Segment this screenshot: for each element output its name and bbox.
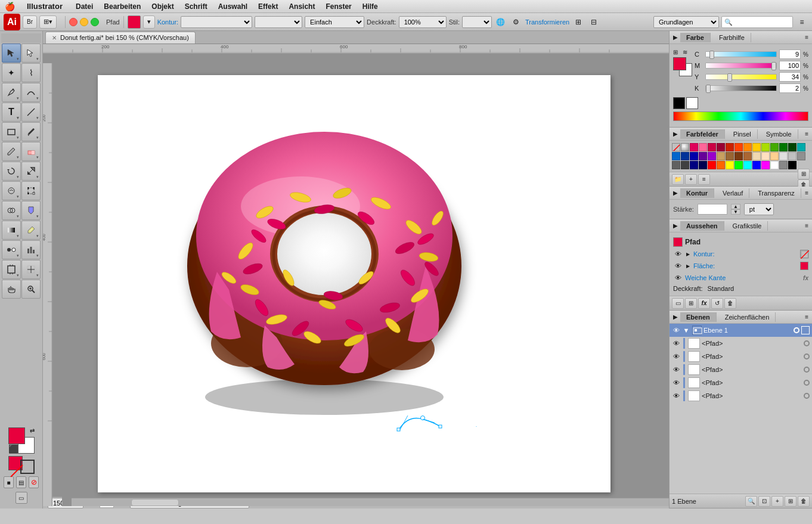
swatch-item[interactable] xyxy=(717,161,725,169)
swatch-item[interactable] xyxy=(743,161,752,169)
farbfelder-tab[interactable]: Farbfelder xyxy=(680,129,725,139)
swatch-item[interactable] xyxy=(788,143,796,151)
layer1-lock[interactable] xyxy=(801,326,810,334)
pfad3-eye[interactable]: 👁 xyxy=(672,366,680,373)
swatch-item[interactable] xyxy=(726,143,734,151)
fx-add-btn[interactable]: fx xyxy=(698,298,710,309)
pfad5-name[interactable]: <Pfad> xyxy=(702,392,802,399)
kontur-panel-menu[interactable]: ≡ xyxy=(805,190,808,196)
kontur-label[interactable]: Kontur: xyxy=(157,18,178,26)
select-tool[interactable]: ▾ xyxy=(2,44,21,63)
swatch-item[interactable] xyxy=(761,152,770,160)
pfad4-eye[interactable]: 👁 xyxy=(672,379,680,386)
pfad5-eye[interactable]: 👁 xyxy=(672,392,680,399)
free-transform-tool[interactable] xyxy=(21,181,41,200)
kontur-icon[interactable] xyxy=(800,250,808,258)
k-slider-thumb[interactable] xyxy=(706,85,711,93)
c-slider-thumb[interactable] xyxy=(709,51,714,59)
y-slider-thumb[interactable] xyxy=(727,73,732,82)
swatch-item[interactable] xyxy=(797,152,805,160)
swatch-item[interactable] xyxy=(717,143,725,151)
m-slider[interactable] xyxy=(705,63,777,69)
curvature-tool[interactable]: ▾ xyxy=(21,83,41,102)
find-layer-btn[interactable]: 🔍 xyxy=(745,496,757,507)
swatch-item[interactable] xyxy=(672,152,680,160)
swatch-item[interactable] xyxy=(726,152,734,160)
swatch-item[interactable] xyxy=(788,161,796,169)
kontur-collapse-icon[interactable]: ▶ xyxy=(673,190,678,196)
text-tool[interactable]: T▾ xyxy=(2,103,21,122)
kontur-tab[interactable]: Kontur xyxy=(680,188,714,198)
menu-objekt[interactable]: Objekt xyxy=(147,1,178,12)
pfad2-name[interactable]: <Pfad> xyxy=(702,353,802,360)
artboard-tool[interactable]: ▾ xyxy=(2,260,21,279)
rotate-tool[interactable]: ▾ xyxy=(2,162,21,181)
fx-button[interactable]: fx xyxy=(803,275,808,281)
swatch-item[interactable] xyxy=(752,152,761,160)
aussehen-tab[interactable]: Aussehen xyxy=(680,221,724,231)
pfad2-eye[interactable]: 👁 xyxy=(672,353,680,360)
transformieren-label[interactable]: Transformieren xyxy=(525,18,569,26)
swatch-item[interactable] xyxy=(743,143,752,151)
flaeche-row-label[interactable]: Fläche: xyxy=(693,262,715,269)
swatch-item[interactable] xyxy=(734,152,743,160)
eraser-tool[interactable]: ▾ xyxy=(21,142,41,161)
staerke-up[interactable]: ▲ xyxy=(731,204,740,209)
swatch-item[interactable] xyxy=(708,143,716,151)
pfad5-target[interactable] xyxy=(804,393,810,399)
swatches-panel-menu[interactable]: ≡ xyxy=(805,131,808,137)
pfad1-name[interactable]: <Pfad> xyxy=(702,340,802,347)
settings-icon[interactable]: ⚙ xyxy=(510,15,523,29)
farbe-tab[interactable]: Farbe xyxy=(680,33,711,42)
new-swatch-btn[interactable]: + xyxy=(685,174,697,185)
arrange-button[interactable]: ⊞▾ xyxy=(39,15,57,29)
pfad4-name[interactable]: <Pfad> xyxy=(702,379,802,386)
stroke-box[interactable] xyxy=(20,460,35,474)
ebenen-pfad-1[interactable]: 👁 <Pfad> xyxy=(670,337,812,350)
swatches-collapse-icon[interactable]: ▶ xyxy=(673,131,678,137)
tab-close-button[interactable]: ✕ xyxy=(52,35,57,41)
panel-collapse-icon[interactable]: ▶ xyxy=(673,34,678,41)
search-input[interactable] xyxy=(721,16,793,28)
gradient-tool[interactable]: ▾ xyxy=(2,221,21,240)
swatch-item[interactable] xyxy=(788,152,796,160)
swatch-item[interactable] xyxy=(734,161,743,169)
farbhilfe-tab[interactable]: Farbhilfe xyxy=(713,33,751,42)
swatch-registration[interactable] xyxy=(681,143,689,151)
y-value-input[interactable] xyxy=(779,72,801,82)
fill-color-display[interactable] xyxy=(673,57,686,70)
m-value-input[interactable] xyxy=(779,61,801,70)
black-swatch[interactable] xyxy=(673,97,685,109)
menu-hilfe[interactable]: Hilfe xyxy=(358,1,383,12)
swatch-item[interactable] xyxy=(761,161,770,169)
fill-color-swatch[interactable] xyxy=(128,15,141,29)
swatch-item[interactable] xyxy=(708,152,716,160)
rect-tool[interactable]: ▾ xyxy=(2,122,21,141)
hand-tool[interactable] xyxy=(2,280,21,299)
menu-schrift[interactable]: Schrift xyxy=(180,1,212,12)
scrollbar-thumb-h[interactable] xyxy=(131,499,179,506)
color-select-icon[interactable]: ⊞ xyxy=(673,48,681,56)
staerke-input[interactable] xyxy=(698,204,727,215)
color-mode-none[interactable]: ⊘ xyxy=(29,476,39,488)
transform-icon1[interactable]: ⊞ xyxy=(572,15,585,29)
ebenen-pfad-2[interactable]: 👁 <Pfad> xyxy=(670,350,812,363)
menu-bearbeiten[interactable]: Bearbeiten xyxy=(99,1,145,12)
kontur-expand-triangle[interactable]: ▶ xyxy=(685,251,691,257)
swatch-item[interactable] xyxy=(752,161,761,169)
aussehen-panel-menu[interactable]: ≡ xyxy=(805,222,808,229)
transparenz-tab[interactable]: Transparenz xyxy=(752,188,801,198)
white-swatch[interactable] xyxy=(686,97,698,109)
ebenen-pfad-3[interactable]: 👁 <Pfad> xyxy=(670,363,812,376)
m-slider-thumb[interactable] xyxy=(771,62,776,70)
color-spectrum-icon[interactable]: ≋ xyxy=(683,48,691,56)
menu-auswahl[interactable]: Auswahl xyxy=(213,1,252,12)
swatch-item[interactable] xyxy=(672,161,680,169)
swatch-item[interactable] xyxy=(761,143,770,151)
swatch-item[interactable] xyxy=(699,161,707,169)
grafikstile-tab[interactable]: Grafikstile xyxy=(727,221,768,231)
new-sublayer-btn[interactable]: + xyxy=(771,496,783,507)
color-panel-menu[interactable]: ≡ xyxy=(805,34,808,41)
make-clip-mask-btn[interactable]: ⊡ xyxy=(758,496,770,507)
ebenen-collapse-icon[interactable]: ▶ xyxy=(673,314,678,320)
